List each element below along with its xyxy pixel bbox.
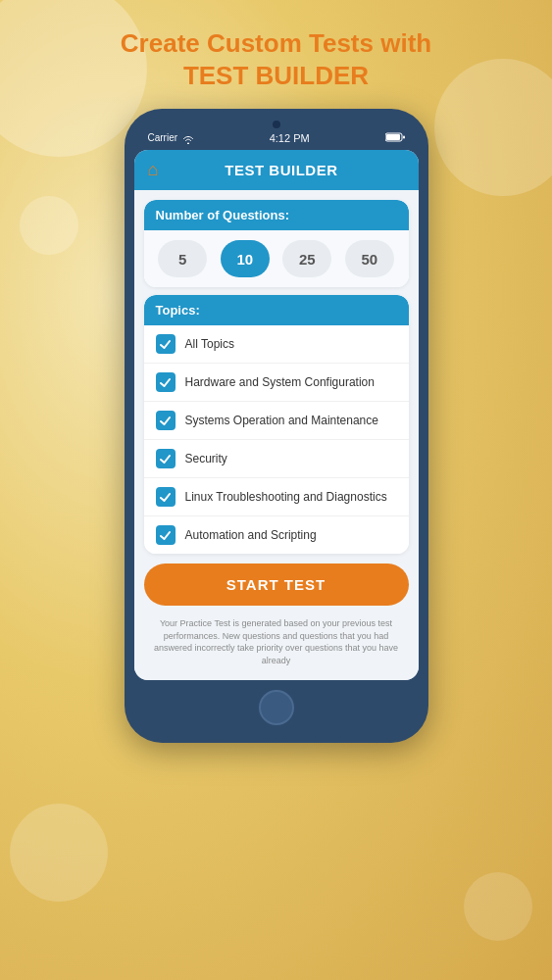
checkbox-all-topics — [156, 334, 176, 354]
headline-line1: Create Custom Tests with — [121, 27, 431, 60]
headline-line2: TEST BUILDER — [121, 60, 431, 92]
checkbox-systems — [156, 411, 176, 430]
topic-label-hardware: Hardware and System Configuration — [185, 375, 375, 389]
topic-label-automation: Automation and Scripting — [185, 528, 317, 542]
battery-icon — [385, 132, 405, 144]
page-headline: Create Custom Tests with TEST BUILDER — [121, 27, 431, 91]
app-header: ⌂ TEST BUILDER — [134, 150, 419, 190]
topic-row-linux[interactable]: Linux Troubleshooting and Diagnostics — [144, 478, 409, 516]
topic-row-hardware[interactable]: Hardware and System Configuration — [144, 364, 409, 402]
app-title: TEST BUILDER — [158, 162, 404, 178]
topics-card: Topics: All Topics Hardware and System C… — [144, 295, 409, 554]
app-screen: ⌂ TEST BUILDER Number of Questions: 5 10… — [134, 150, 419, 680]
topic-label-systems: Systems Operation and Maintenance — [185, 414, 378, 427]
status-bar: Carrier 4:12 PM — [134, 132, 419, 144]
phone-top: Carrier 4:12 PM — [134, 121, 419, 146]
topic-row-all-topics[interactable]: All Topics — [144, 325, 409, 364]
bokeh-decoration-3 — [20, 196, 78, 255]
phone-bottom — [134, 690, 419, 725]
svg-rect-1 — [386, 134, 400, 140]
topic-row-systems[interactable]: Systems Operation and Maintenance — [144, 402, 409, 440]
questions-card: Number of Questions: 5 10 25 50 — [144, 200, 409, 287]
phone-camera — [273, 121, 280, 128]
home-button[interactable] — [259, 690, 294, 725]
question-count-25[interactable]: 25 — [282, 240, 331, 277]
carrier-text: Carrier — [148, 132, 194, 143]
svg-rect-2 — [403, 136, 405, 139]
phone-shell: Carrier 4:12 PM ⌂ — [125, 109, 428, 743]
topic-label-all-topics: All Topics — [185, 337, 234, 351]
checkbox-security — [156, 449, 176, 468]
question-count-10[interactable]: 10 — [221, 240, 270, 277]
home-icon[interactable]: ⌂ — [148, 160, 159, 180]
bokeh-decoration-2 — [464, 872, 532, 941]
checkbox-linux — [156, 487, 176, 507]
topic-label-linux: Linux Troubleshooting and Diagnostics — [185, 490, 387, 504]
time-display: 4:12 PM — [270, 132, 310, 144]
footer-note: Your Practice Test is generated based on… — [144, 613, 409, 670]
question-count-5[interactable]: 5 — [158, 240, 207, 277]
question-count-50[interactable]: 50 — [345, 240, 394, 277]
questions-header: Number of Questions: — [144, 200, 409, 230]
topic-row-automation[interactable]: Automation and Scripting — [144, 516, 409, 554]
start-test-button[interactable]: START TEST — [144, 564, 409, 606]
topics-header: Topics: — [144, 295, 409, 325]
bokeh-decoration-1 — [10, 804, 108, 902]
app-content: Number of Questions: 5 10 25 50 Topics: … — [134, 190, 419, 680]
topic-label-security: Security — [185, 452, 227, 466]
checkbox-hardware — [156, 372, 176, 392]
topic-row-security[interactable]: Security — [144, 440, 409, 478]
checkbox-automation — [156, 525, 176, 545]
questions-options: 5 10 25 50 — [144, 230, 409, 287]
